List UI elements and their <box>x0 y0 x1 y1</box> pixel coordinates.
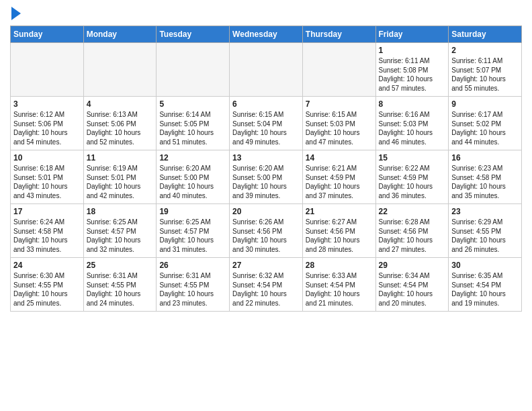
calendar-cell: 2Sunrise: 6:11 AMSunset: 5:07 PMDaylight… <box>449 43 522 97</box>
calendar-cell: 25Sunrise: 6:31 AMSunset: 4:55 PMDayligh… <box>83 258 157 312</box>
calendar-cell <box>83 43 157 97</box>
day-number: 4 <box>87 99 154 109</box>
cell-text: Sunrise: 6:15 AMSunset: 5:04 PMDaylight:… <box>232 110 300 146</box>
day-number: 13 <box>232 153 300 163</box>
calendar-cell: 12Sunrise: 6:20 AMSunset: 5:00 PMDayligh… <box>157 150 230 204</box>
day-number: 21 <box>306 207 373 216</box>
calendar-cell: 17Sunrise: 6:24 AMSunset: 4:58 PMDayligh… <box>11 204 84 258</box>
cell-text: Sunrise: 6:17 AMSunset: 5:02 PMDaylight:… <box>451 110 519 146</box>
cell-text: Sunrise: 6:33 AMSunset: 4:54 PMDaylight:… <box>306 271 373 308</box>
logo-arrow-icon <box>11 7 21 20</box>
cell-text: Sunrise: 6:12 AMSunset: 5:06 PMDaylight:… <box>13 110 81 146</box>
cell-text: Sunrise: 6:23 AMSunset: 4:58 PMDaylight:… <box>451 164 519 200</box>
calendar-cell: 4Sunrise: 6:13 AMSunset: 5:06 PMDaylight… <box>83 97 157 150</box>
day-number: 15 <box>379 153 446 163</box>
day-number: 29 <box>379 261 446 270</box>
calendar-cell: 30Sunrise: 6:35 AMSunset: 4:54 PMDayligh… <box>449 258 522 312</box>
day-number: 30 <box>451 261 519 270</box>
day-header-thursday: Thursday <box>302 26 375 43</box>
cell-text: Sunrise: 6:25 AMSunset: 4:57 PMDaylight:… <box>87 218 154 254</box>
day-number: 19 <box>159 207 226 216</box>
cell-text: Sunrise: 6:30 AMSunset: 4:55 PMDaylight:… <box>13 271 81 308</box>
day-number: 17 <box>13 207 81 216</box>
cell-text: Sunrise: 6:19 AMSunset: 5:01 PMDaylight:… <box>87 164 154 200</box>
calendar-cell <box>157 43 230 97</box>
cell-text: Sunrise: 6:11 AMSunset: 5:08 PMDaylight:… <box>379 56 446 93</box>
day-number: 26 <box>159 261 226 270</box>
cell-text: Sunrise: 6:11 AMSunset: 5:07 PMDaylight:… <box>451 56 519 93</box>
calendar-cell: 10Sunrise: 6:18 AMSunset: 5:01 PMDayligh… <box>11 150 84 204</box>
cell-text: Sunrise: 6:31 AMSunset: 4:55 PMDaylight:… <box>159 271 226 308</box>
week-row-3: 10Sunrise: 6:18 AMSunset: 5:01 PMDayligh… <box>11 150 522 204</box>
calendar-cell: 27Sunrise: 6:32 AMSunset: 4:54 PMDayligh… <box>230 258 303 312</box>
cell-text: Sunrise: 6:14 AMSunset: 5:05 PMDaylight:… <box>159 110 226 146</box>
day-number: 5 <box>159 99 226 109</box>
cell-text: Sunrise: 6:24 AMSunset: 4:58 PMDaylight:… <box>13 218 81 254</box>
cell-text: Sunrise: 6:18 AMSunset: 5:01 PMDaylight:… <box>13 164 81 200</box>
calendar-cell: 28Sunrise: 6:33 AMSunset: 4:54 PMDayligh… <box>302 258 375 312</box>
cell-text: Sunrise: 6:31 AMSunset: 4:55 PMDaylight:… <box>87 271 154 308</box>
day-number: 10 <box>13 153 81 163</box>
header <box>10 7 522 20</box>
calendar-cell: 15Sunrise: 6:22 AMSunset: 4:59 PMDayligh… <box>375 150 449 204</box>
calendar-cell: 14Sunrise: 6:21 AMSunset: 4:59 PMDayligh… <box>302 150 375 204</box>
calendar-cell: 23Sunrise: 6:29 AMSunset: 4:55 PMDayligh… <box>449 204 522 258</box>
calendar-cell: 22Sunrise: 6:28 AMSunset: 4:56 PMDayligh… <box>375 204 449 258</box>
calendar-cell: 18Sunrise: 6:25 AMSunset: 4:57 PMDayligh… <box>83 204 157 258</box>
day-header-sunday: Sunday <box>11 26 84 43</box>
day-header-saturday: Saturday <box>449 26 522 43</box>
calendar-table: SundayMondayTuesdayWednesdayThursdayFrid… <box>10 26 522 312</box>
week-row-1: 1Sunrise: 6:11 AMSunset: 5:08 PMDaylight… <box>11 43 522 97</box>
calendar-cell: 26Sunrise: 6:31 AMSunset: 4:55 PMDayligh… <box>157 258 230 312</box>
cell-text: Sunrise: 6:32 AMSunset: 4:54 PMDaylight:… <box>232 271 300 308</box>
day-number: 7 <box>306 99 373 109</box>
day-number: 28 <box>306 261 373 270</box>
calendar-cell: 11Sunrise: 6:19 AMSunset: 5:01 PMDayligh… <box>83 150 157 204</box>
week-row-5: 24Sunrise: 6:30 AMSunset: 4:55 PMDayligh… <box>11 258 522 312</box>
calendar-page: SundayMondayTuesdayWednesdayThursdayFrid… <box>0 0 532 318</box>
day-header-wednesday: Wednesday <box>230 26 303 43</box>
calendar-cell: 20Sunrise: 6:26 AMSunset: 4:56 PMDayligh… <box>230 204 303 258</box>
day-header-friday: Friday <box>375 26 449 43</box>
calendar-cell <box>302 43 375 97</box>
week-row-2: 3Sunrise: 6:12 AMSunset: 5:06 PMDaylight… <box>11 97 522 150</box>
cell-text: Sunrise: 6:26 AMSunset: 4:56 PMDaylight:… <box>232 218 300 254</box>
calendar-cell: 8Sunrise: 6:16 AMSunset: 5:03 PMDaylight… <box>375 97 449 150</box>
cell-text: Sunrise: 6:13 AMSunset: 5:06 PMDaylight:… <box>87 110 154 146</box>
cell-text: Sunrise: 6:25 AMSunset: 4:57 PMDaylight:… <box>159 218 226 254</box>
calendar-cell: 21Sunrise: 6:27 AMSunset: 4:56 PMDayligh… <box>302 204 375 258</box>
day-number: 23 <box>451 207 519 216</box>
cell-text: Sunrise: 6:20 AMSunset: 5:00 PMDaylight:… <box>159 164 226 200</box>
calendar-body: 1Sunrise: 6:11 AMSunset: 5:08 PMDaylight… <box>11 43 522 312</box>
day-number: 18 <box>87 207 154 216</box>
cell-text: Sunrise: 6:20 AMSunset: 5:00 PMDaylight:… <box>232 164 300 200</box>
day-number: 20 <box>232 207 300 216</box>
day-number: 8 <box>379 99 446 109</box>
calendar-cell: 3Sunrise: 6:12 AMSunset: 5:06 PMDaylight… <box>11 97 84 150</box>
day-number: 24 <box>13 261 81 270</box>
week-row-4: 17Sunrise: 6:24 AMSunset: 4:58 PMDayligh… <box>11 204 522 258</box>
day-number: 1 <box>379 46 446 55</box>
calendar-cell: 6Sunrise: 6:15 AMSunset: 5:04 PMDaylight… <box>230 97 303 150</box>
calendar-cell: 13Sunrise: 6:20 AMSunset: 5:00 PMDayligh… <box>230 150 303 204</box>
cell-text: Sunrise: 6:15 AMSunset: 5:03 PMDaylight:… <box>306 110 373 146</box>
day-header-row: SundayMondayTuesdayWednesdayThursdayFrid… <box>11 26 522 43</box>
day-number: 9 <box>451 99 519 109</box>
day-header-monday: Monday <box>83 26 157 43</box>
day-header-tuesday: Tuesday <box>157 26 230 43</box>
day-number: 25 <box>87 261 154 270</box>
calendar-cell: 1Sunrise: 6:11 AMSunset: 5:08 PMDaylight… <box>375 43 449 97</box>
cell-text: Sunrise: 6:28 AMSunset: 4:56 PMDaylight:… <box>379 218 446 254</box>
day-number: 16 <box>451 153 519 163</box>
calendar-cell: 7Sunrise: 6:15 AMSunset: 5:03 PMDaylight… <box>302 97 375 150</box>
calendar-cell: 19Sunrise: 6:25 AMSunset: 4:57 PMDayligh… <box>157 204 230 258</box>
cell-text: Sunrise: 6:27 AMSunset: 4:56 PMDaylight:… <box>306 218 373 254</box>
calendar-cell: 5Sunrise: 6:14 AMSunset: 5:05 PMDaylight… <box>157 97 230 150</box>
calendar-cell: 9Sunrise: 6:17 AMSunset: 5:02 PMDaylight… <box>449 97 522 150</box>
cell-text: Sunrise: 6:29 AMSunset: 4:55 PMDaylight:… <box>451 218 519 254</box>
calendar-cell: 24Sunrise: 6:30 AMSunset: 4:55 PMDayligh… <box>11 258 84 312</box>
cell-text: Sunrise: 6:34 AMSunset: 4:54 PMDaylight:… <box>379 271 446 308</box>
cell-text: Sunrise: 6:35 AMSunset: 4:54 PMDaylight:… <box>451 271 519 308</box>
cell-text: Sunrise: 6:22 AMSunset: 4:59 PMDaylight:… <box>379 164 446 200</box>
calendar-cell: 16Sunrise: 6:23 AMSunset: 4:58 PMDayligh… <box>449 150 522 204</box>
